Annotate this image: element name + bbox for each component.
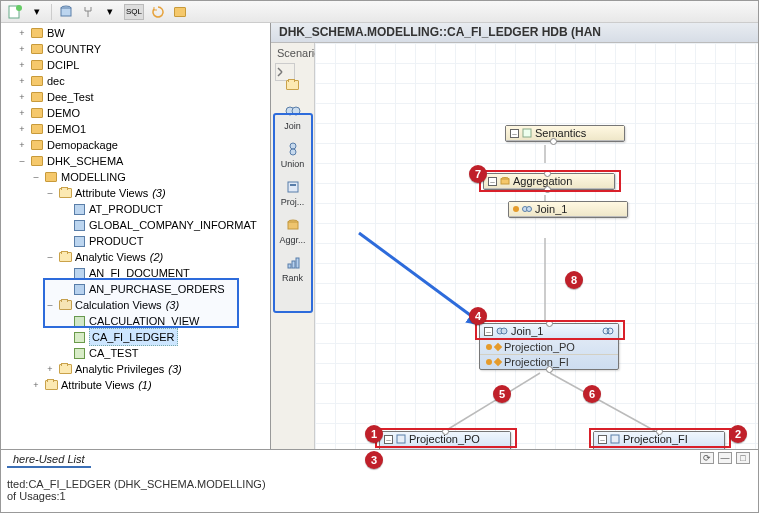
tree-item[interactable]: +DEMO bbox=[1, 105, 270, 121]
flow-lines-layer bbox=[315, 43, 758, 449]
scenario-canvas[interactable]: –Semantics –Aggregation Join_1 –Join_1 bbox=[315, 43, 758, 449]
package-icon bbox=[29, 42, 45, 56]
tree-item-label: CA_FI_LEDGER bbox=[89, 328, 178, 346]
tree-item[interactable]: +Dee_Test bbox=[1, 89, 270, 105]
tree-item[interactable]: +Demopackage bbox=[1, 137, 270, 153]
palette-join[interactable]: Join bbox=[271, 103, 314, 131]
tree-item-label: PRODUCT bbox=[89, 233, 147, 249]
collapse-icon[interactable]: – bbox=[510, 129, 519, 138]
twisty-icon[interactable]: + bbox=[15, 121, 29, 137]
tree-item[interactable]: AN_FI_DOCUMENT bbox=[1, 265, 270, 281]
node-join1[interactable]: –Join_1 Projection_PO Projection_FI bbox=[479, 323, 619, 370]
tree-item[interactable]: +Analytic Privileges (3) bbox=[1, 361, 270, 377]
new-icon[interactable] bbox=[7, 4, 23, 20]
tree-item[interactable]: +dec bbox=[1, 73, 270, 89]
package-icon bbox=[29, 122, 45, 136]
tree-item-label: DCIPL bbox=[47, 57, 83, 73]
tree-item[interactable]: +DEMO1 bbox=[1, 121, 270, 137]
tree-item[interactable]: +BW bbox=[1, 25, 270, 41]
tree-item[interactable]: PRODUCT bbox=[1, 233, 270, 249]
twisty-icon[interactable]: + bbox=[15, 137, 29, 153]
tree-item-count: (1) bbox=[138, 377, 151, 393]
tree-item-label: Dee_Test bbox=[47, 89, 97, 105]
dropdown-icon[interactable]: ▾ bbox=[29, 4, 45, 20]
tree-item[interactable]: CA_FI_LEDGER bbox=[1, 329, 270, 345]
badge-2: 2 bbox=[729, 425, 747, 443]
twisty-icon[interactable]: – bbox=[43, 249, 57, 265]
tree-item-label: CALCULATION_VIEW bbox=[89, 313, 203, 329]
scenario-title: Scenario bbox=[277, 47, 320, 59]
palette-aggregation[interactable]: Aggr... bbox=[271, 217, 314, 245]
collapse-icon[interactable]: – bbox=[384, 435, 393, 444]
twisty-icon[interactable]: + bbox=[15, 105, 29, 121]
tree-item[interactable]: –Calculation Views (3) bbox=[1, 297, 270, 313]
db-icon[interactable] bbox=[58, 4, 74, 20]
twisty-icon[interactable]: + bbox=[29, 377, 43, 393]
refresh-icon[interactable]: ⟳ bbox=[700, 452, 714, 464]
minimize-icon[interactable]: — bbox=[718, 452, 732, 464]
where-used-tab[interactable]: here-Used List bbox=[7, 452, 91, 468]
sql-icon[interactable]: SQL bbox=[124, 4, 144, 20]
calc-view-icon bbox=[71, 346, 87, 360]
tree-item[interactable]: –Analytic Views (2) bbox=[1, 249, 270, 265]
twisty-icon[interactable]: – bbox=[29, 169, 43, 185]
package-icon bbox=[29, 74, 45, 88]
palette-projection[interactable]: Proj... bbox=[271, 179, 314, 207]
tree-item-label: DEMO1 bbox=[47, 121, 90, 137]
twisty-icon[interactable]: + bbox=[43, 361, 57, 377]
collapse-icon[interactable]: – bbox=[484, 327, 493, 336]
tree-item[interactable]: CALCULATION_VIEW bbox=[1, 313, 270, 329]
node-join1-ref[interactable]: Join_1 bbox=[508, 201, 628, 218]
twisty-icon[interactable]: + bbox=[15, 73, 29, 89]
tree-item[interactable]: –Attribute Views (3) bbox=[1, 185, 270, 201]
twisty-icon[interactable]: – bbox=[43, 297, 57, 313]
tree-item-label: DEMO bbox=[47, 105, 84, 121]
maximize-icon[interactable]: □ bbox=[736, 452, 750, 464]
svg-rect-1 bbox=[16, 5, 22, 11]
package-icon[interactable] bbox=[172, 4, 188, 20]
twisty-icon[interactable]: + bbox=[15, 57, 29, 73]
tree-item-label: CA_TEST bbox=[89, 345, 143, 361]
twisty-icon[interactable]: – bbox=[43, 185, 57, 201]
tree-item[interactable]: +Attribute Views (1) bbox=[1, 377, 270, 393]
node-aggregation[interactable]: –Aggregation bbox=[483, 173, 615, 190]
main-toolbar: ▾ ▾ SQL bbox=[1, 1, 758, 23]
twisty-icon[interactable]: + bbox=[15, 25, 29, 41]
badge-3: 3 bbox=[365, 451, 383, 469]
tree-item[interactable]: AT_PRODUCT bbox=[1, 201, 270, 217]
tree-item-label: BW bbox=[47, 25, 69, 41]
package-icon bbox=[43, 170, 59, 184]
tree-item[interactable]: +COUNTRY bbox=[1, 41, 270, 57]
svg-rect-17 bbox=[501, 179, 509, 184]
view-icon bbox=[71, 202, 87, 216]
tree-item[interactable]: GLOBAL_COMPANY_INFORMAT bbox=[1, 217, 270, 233]
collapse-icon[interactable]: – bbox=[488, 177, 497, 186]
view-icon bbox=[71, 282, 87, 296]
calc-view-icon bbox=[71, 330, 87, 344]
calc-view-icon bbox=[71, 314, 87, 328]
twisty-icon[interactable]: + bbox=[15, 89, 29, 105]
node-semantics[interactable]: –Semantics bbox=[505, 125, 625, 142]
twisty-icon[interactable]: – bbox=[15, 153, 29, 169]
badge-5: 5 bbox=[493, 385, 511, 403]
refresh-icon[interactable] bbox=[150, 4, 166, 20]
palette-rank[interactable]: Rank bbox=[271, 255, 314, 283]
twisty-icon[interactable]: + bbox=[15, 41, 29, 57]
tree-item[interactable]: CA_TEST bbox=[1, 345, 270, 361]
package-icon bbox=[29, 26, 45, 40]
svg-rect-14 bbox=[296, 258, 299, 268]
palette-union[interactable]: Union bbox=[271, 141, 314, 169]
dropdown-icon-2[interactable]: ▾ bbox=[102, 4, 118, 20]
package-icon bbox=[29, 154, 45, 168]
tree-item-count: (3) bbox=[152, 185, 165, 201]
tree-item-label: Calculation Views bbox=[75, 297, 166, 313]
fork-icon[interactable] bbox=[80, 4, 96, 20]
tree-item[interactable]: AN_PURCHASE_ORDERS bbox=[1, 281, 270, 297]
join1-row-po: Projection_PO bbox=[480, 339, 618, 354]
folder-icon bbox=[57, 250, 73, 264]
tree-item[interactable]: +DCIPL bbox=[1, 57, 270, 73]
collapse-icon[interactable]: – bbox=[598, 435, 607, 444]
tree-item[interactable]: –DHK_SCHEMA bbox=[1, 153, 270, 169]
tree-item[interactable]: –MODELLING bbox=[1, 169, 270, 185]
tree-item-count: (3) bbox=[166, 297, 179, 313]
